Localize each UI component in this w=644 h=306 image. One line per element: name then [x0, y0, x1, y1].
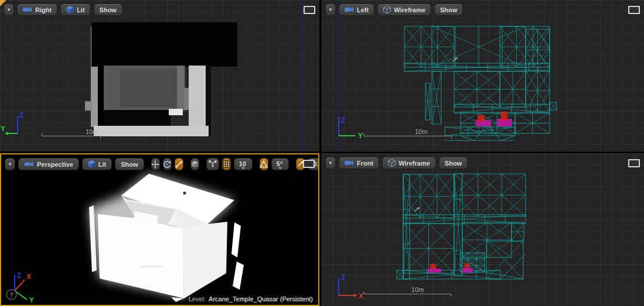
rotation-snap-value-button[interactable]: 5° — [271, 158, 289, 170]
maximize-viewport-button[interactable] — [628, 6, 640, 14]
axis-gizmo: Z Y — [0, 110, 41, 140]
axis-gizmo: Z Y — [322, 110, 374, 140]
axis-gizmo: Z X — [322, 270, 374, 304]
viewport-front-ortho[interactable]: 10m Z X ▾ Front Wireframe Show — [322, 153, 644, 306]
scale-icon — [175, 160, 183, 169]
view-type-button[interactable]: Right — [17, 4, 57, 16]
view-mode-button[interactable]: Lit — [60, 4, 90, 16]
coordinate-system-button[interactable] — [190, 158, 199, 170]
world-cube-icon — [191, 160, 199, 168]
svg-text:Y: Y — [1, 125, 5, 133]
lit-render-block — [177, 66, 184, 109]
view-mode-button[interactable]: Wireframe — [382, 157, 436, 169]
viewport-options-button[interactable]: ▾ — [325, 4, 336, 16]
view-type-label: Left — [357, 6, 369, 13]
viewport-right-ortho[interactable]: 10m Z Y ▾ Right Lit Show — [0, 0, 319, 152]
view-type-button[interactable]: Perspective — [18, 158, 79, 170]
value-caret-icon — [241, 167, 245, 169]
view-type-label: Front — [357, 160, 373, 167]
view-mode-button[interactable]: Lit — [82, 158, 112, 170]
dropdown-caret-icon: ▾ — [9, 162, 11, 167]
value-caret-icon — [278, 167, 282, 169]
level-name: Arcane_Temple_Quasar (Persistent) — [209, 295, 313, 302]
move-icon — [151, 160, 159, 169]
lit-render-block — [98, 61, 104, 127]
wireframe-icon — [388, 159, 396, 167]
angle-icon — [260, 160, 268, 168]
grid-snap-value: 10 — [239, 160, 246, 167]
grid-snap-toggle[interactable] — [222, 158, 231, 170]
show-label: Show — [440, 6, 457, 13]
camera-icon — [345, 160, 354, 166]
view-type-button[interactable]: Front — [339, 157, 379, 169]
rotation-snap-value: 5° — [277, 160, 283, 167]
lit-render-block — [85, 101, 92, 111]
show-button[interactable]: Show — [115, 158, 144, 170]
dropdown-caret-icon: ▾ — [8, 8, 10, 12]
svg-text:Z: Z — [341, 116, 345, 125]
rotate-tool-button[interactable] — [163, 158, 172, 170]
viewport-perspective[interactable]: Z X Y ? Level:Arcane_Temple_Quasar (Pers… — [0, 153, 319, 306]
grid-icon — [223, 160, 230, 168]
show-button[interactable]: Show — [434, 4, 463, 16]
viewport-options-button[interactable]: ▾ — [325, 157, 336, 169]
view-mode-label: Lit — [77, 6, 84, 13]
lit-icon — [88, 160, 96, 168]
lit-render-block — [104, 110, 171, 127]
lit-render-block — [189, 66, 207, 135]
lit-render-block — [169, 109, 183, 115]
view-type-label: Perspective — [37, 161, 73, 168]
show-label: Show — [445, 160, 462, 167]
surface-snap-icon — [208, 160, 217, 169]
lit-render-block — [91, 22, 237, 67]
svg-text:Y: Y — [358, 132, 363, 140]
view-type-button[interactable]: Left — [339, 4, 374, 16]
lit-render-block — [94, 126, 209, 136]
level-label: Level: — [189, 295, 206, 302]
camera-icon — [24, 161, 34, 167]
maximize-viewport-button[interactable] — [303, 160, 315, 168]
window-corner-accent — [0, 0, 6, 6]
scale-tool-button[interactable] — [175, 158, 183, 170]
svg-text:X: X — [359, 292, 363, 300]
help-icon[interactable]: ? — [6, 289, 17, 300]
show-label: Show — [100, 6, 117, 13]
show-label: Show — [121, 161, 138, 168]
grid-snap-value-button[interactable]: 10 — [234, 158, 253, 170]
maximize-viewport-button[interactable] — [304, 6, 315, 14]
viewport-left-ortho[interactable]: 10m Z Y ▾ Left Wireframe Show — [322, 0, 644, 152]
viewport-options-button[interactable]: ▾ — [5, 158, 15, 170]
move-tool-button[interactable] — [151, 158, 160, 170]
scale-label: 10m — [411, 286, 424, 293]
surface-snap-button[interactable] — [206, 158, 219, 170]
rotate-icon — [163, 160, 171, 169]
svg-text:Z: Z — [19, 111, 23, 119]
show-button[interactable]: Show — [439, 157, 468, 169]
scale-label: 10m — [415, 128, 427, 135]
dropdown-caret-icon: ▾ — [329, 8, 332, 12]
perspective-render-canvas — [1, 154, 318, 305]
wireframe-icon — [383, 6, 391, 13]
dropdown-caret-icon: ▾ — [329, 161, 332, 166]
maximize-viewport-button[interactable] — [628, 159, 640, 167]
lit-render-block — [120, 69, 177, 107]
svg-text:Y: Y — [29, 296, 34, 304]
value-caret-icon — [318, 167, 319, 169]
svg-text:X: X — [26, 273, 31, 281]
view-mode-button[interactable]: Wireframe — [377, 4, 431, 16]
svg-text:Z: Z — [17, 271, 21, 280]
camera-icon — [23, 6, 32, 13]
view-type-label: Right — [35, 6, 52, 13]
view-mode-label: Lit — [98, 161, 106, 168]
lit-render-canvas — [0, 0, 319, 152]
show-button[interactable]: Show — [94, 4, 122, 16]
rotation-snap-toggle[interactable] — [260, 158, 268, 170]
svg-text:Z: Z — [341, 273, 345, 281]
camera-icon — [345, 6, 354, 13]
lit-icon — [66, 6, 74, 13]
level-indicator: Level:Arcane_Temple_Quasar (Persistent) — [189, 295, 313, 302]
view-mode-label: Wireframe — [398, 160, 430, 167]
scale-label: 10m — [86, 128, 98, 135]
view-mode-label: Wireframe — [394, 6, 425, 13]
